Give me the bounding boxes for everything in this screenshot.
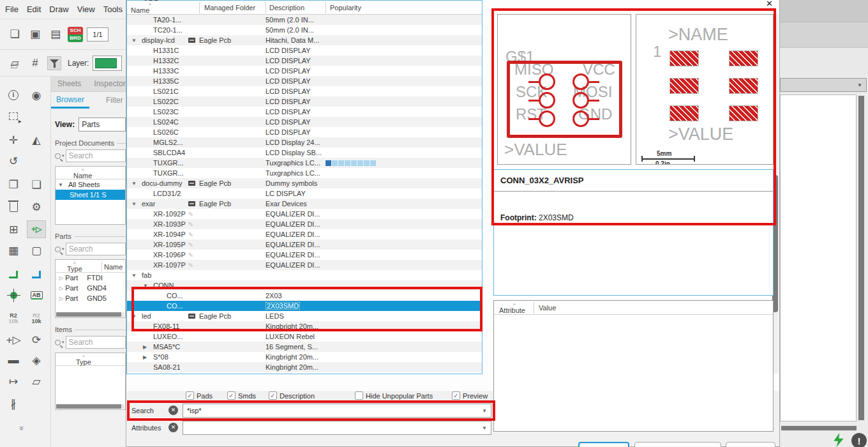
- show-icon[interactable]: ◉: [27, 86, 46, 104]
- menu-view[interactable]: View: [77, 4, 95, 14]
- library-manager-button[interactable]: [634, 442, 721, 447]
- tree-row[interactable]: XR-1094P✎EQUALIZER DI...: [127, 229, 482, 239]
- tree-row[interactable]: SA08-21Kingbright 20m...: [127, 362, 482, 372]
- collapse-toolbar-icon[interactable]: »: [13, 418, 32, 436]
- menu-draw[interactable]: Draw: [49, 4, 68, 14]
- filter-funnel-icon[interactable]: [47, 56, 61, 70]
- junction-icon[interactable]: [4, 286, 23, 304]
- dock-hscrollbar[interactable]: [781, 425, 857, 431]
- project-list-header[interactable]: Name: [73, 173, 92, 178]
- checkbox-icon[interactable]: ✓: [227, 391, 236, 400]
- search-input[interactable]: *isp*▼: [183, 404, 491, 418]
- package-icon[interactable]: ▬: [4, 351, 23, 369]
- list-item[interactable]: Sheet 1/1 S: [56, 190, 125, 200]
- dock-vscrollbar[interactable]: [858, 96, 865, 420]
- parts-header-type[interactable]: Type: [67, 266, 82, 271]
- tree-row[interactable]: LUXEO...LUXEON Rebel: [127, 331, 482, 342]
- tab-inspector[interactable]: Inspector: [87, 77, 126, 91]
- items-hscrollbar[interactable]: [56, 404, 124, 409]
- group-select-icon[interactable]: [4, 107, 23, 125]
- tree-row[interactable]: LS023CLCD DISPLAY: [127, 107, 482, 117]
- checkbox-icon[interactable]: [355, 391, 363, 400]
- tree-row[interactable]: CO...2X03: [127, 291, 482, 301]
- wrench-icon[interactable]: ⚙: [27, 198, 46, 216]
- add-gate-icon[interactable]: +▷: [27, 220, 46, 238]
- value-col-header[interactable]: Value: [539, 304, 556, 312]
- add-part-icon[interactable]: ⊞: [4, 220, 23, 238]
- expander-icon[interactable]: ▼: [131, 273, 142, 278]
- tab-sheets[interactable]: Sheets: [51, 77, 87, 91]
- parts-search[interactable]: ▾ Search: [55, 243, 126, 255]
- items-header-type[interactable]: Type: [76, 360, 91, 365]
- expander-icon[interactable]: ▼: [131, 181, 142, 186]
- tree-row[interactable]: ▶MSA5*C16 Segment, S...: [127, 342, 482, 352]
- checkbox-icon[interactable]: ✓: [269, 391, 277, 400]
- project-documents-search[interactable]: ▾ Search: [55, 149, 126, 162]
- tree-row[interactable]: XR-1097P✎EQUALIZER DI...: [127, 260, 482, 270]
- mirror-icon[interactable]: ◭: [27, 131, 46, 149]
- tab-browser[interactable]: Browser: [51, 93, 89, 109]
- parts-row[interactable]: ▷PartFTDI: [56, 273, 125, 283]
- clear-attributes-icon[interactable]: ✕: [168, 423, 178, 432]
- tree-row[interactable]: XR-1092P✎EQUALIZER DI...: [127, 209, 482, 219]
- expander-icon[interactable]: ▼: [131, 314, 142, 319]
- delete-icon[interactable]: [4, 198, 23, 216]
- view-select[interactable]: Parts: [79, 117, 126, 132]
- tree-row[interactable]: ▼exarEagle PcbExar Devices: [127, 199, 482, 209]
- col-managed-folder[interactable]: Managed Folder: [204, 4, 255, 11]
- add-gate2-icon[interactable]: +▷: [4, 331, 23, 349]
- tree-row[interactable]: LS024CLCD DISPLAY: [127, 117, 482, 127]
- polygon-icon[interactable]: ▱: [27, 372, 46, 390]
- paste-icon[interactable]: ❏: [27, 176, 46, 193]
- dock-dropdown[interactable]: ▼: [780, 78, 867, 92]
- menu-edit[interactable]: Edit: [27, 4, 41, 14]
- rotate-icon[interactable]: ↺: [4, 152, 23, 170]
- checkbox-icon[interactable]: ✓: [452, 391, 460, 400]
- tree-row[interactable]: MGLS2...LCD Display 24...: [127, 137, 482, 148]
- tree-row[interactable]: SBLCDA4LCD Display SB...: [127, 148, 482, 158]
- replace-icon[interactable]: ⟳: [27, 331, 46, 349]
- tree-row[interactable]: H1331CLCD DISPLAY: [127, 45, 482, 56]
- tree-row[interactable]: H1332CLCD DISPLAY: [127, 56, 482, 66]
- bus-icon[interactable]: [27, 266, 46, 284]
- tree-row[interactable]: TUXGR...Tuxgraphics LC...: [127, 168, 482, 178]
- expander-icon[interactable]: ▼: [143, 283, 153, 289]
- parts-header-name[interactable]: Name: [104, 263, 123, 271]
- smash-icon[interactable]: ▦: [4, 241, 23, 259]
- tree-row[interactable]: LS022CLCD DISPLAY: [127, 96, 482, 107]
- sheet-indicator[interactable]: 1/1: [87, 27, 108, 42]
- col-description[interactable]: Description: [269, 4, 304, 11]
- parts-row[interactable]: ▷PartGND5: [56, 293, 125, 303]
- net-icon[interactable]: [4, 266, 23, 284]
- filter-pads[interactable]: ✓Pads: [186, 391, 213, 400]
- name-icon[interactable]: R210k: [4, 310, 23, 328]
- tree-row[interactable]: XR-1096P✎EQUALIZER DI...: [127, 250, 482, 260]
- tree-row[interactable]: ▼display-lcdEagle PcbHitachi, Data M...: [127, 35, 482, 45]
- menu-file[interactable]: File: [5, 4, 19, 14]
- tree-row[interactable]: CO...2X03SMD: [127, 301, 482, 311]
- items-search[interactable]: ▾ Search: [55, 336, 126, 349]
- tree-row[interactable]: H1333CLCD DISPLAY: [127, 66, 482, 76]
- tree-row[interactable]: H1335CLCD DISPLAY: [127, 76, 482, 86]
- sch-brd-toggle-icon[interactable]: SCH BRD: [68, 27, 83, 42]
- print-icon[interactable]: ▤: [47, 26, 64, 43]
- tree-row[interactable]: ▼docu-dummyEagle PcbDummy symbols: [127, 178, 482, 188]
- attributes-input[interactable]: ▼: [183, 421, 491, 435]
- info-icon[interactable]: i: [4, 86, 23, 104]
- expander-icon[interactable]: ▼: [131, 38, 142, 43]
- tree-row[interactable]: ▼fab: [127, 270, 482, 280]
- tree-row[interactable]: XR-1093P✎EQUALIZER DI...: [127, 219, 482, 229]
- close-icon[interactable]: ✕: [766, 0, 773, 8]
- attribute-tag-icon[interactable]: ◈: [27, 351, 46, 369]
- parts-hscrollbar[interactable]: [56, 312, 124, 317]
- filter-description[interactable]: ✓Description: [269, 391, 315, 400]
- invoke-icon[interactable]: ↦: [4, 372, 23, 390]
- new-document-icon[interactable]: ❏: [6, 26, 23, 43]
- tree-row[interactable]: TUXGR...Tuxgraphics LC...: [127, 158, 482, 168]
- col-name[interactable]: Name: [131, 8, 149, 13]
- grid-icon[interactable]: #: [27, 55, 43, 72]
- menu-tools[interactable]: Tools: [103, 4, 123, 14]
- save-icon[interactable]: ▣: [27, 26, 43, 43]
- clear-search-icon[interactable]: ✕: [168, 405, 178, 415]
- tree-row[interactable]: LCD31/2LC DISPLAY: [127, 188, 482, 199]
